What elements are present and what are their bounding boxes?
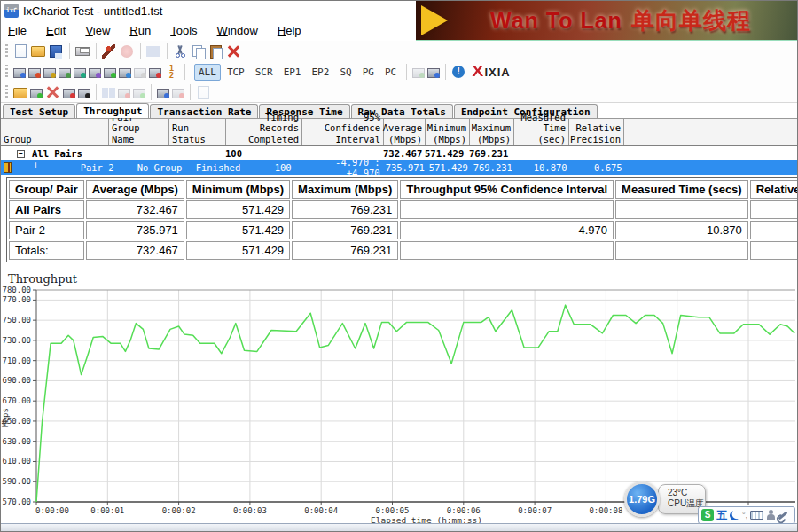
table-row: All Pairs 732.467 571.429 769.231 bbox=[9, 200, 798, 219]
paste-icon[interactable] bbox=[208, 44, 223, 59]
col-average[interactable]: Average (Mbps) bbox=[384, 119, 426, 145]
copy-icon[interactable] bbox=[191, 44, 206, 59]
col-group[interactable]: Group bbox=[1, 119, 109, 145]
menu-tools[interactable]: Tools bbox=[170, 24, 197, 37]
add-video-pair-icon[interactable] bbox=[89, 68, 101, 78]
split-pairs-icon[interactable] bbox=[63, 89, 75, 98]
filter-tcp-button[interactable]: TCP bbox=[223, 64, 249, 81]
filter-all-button[interactable]: ALL bbox=[194, 64, 221, 81]
chart-title: Throughput bbox=[8, 272, 77, 286]
cut-icon[interactable] bbox=[173, 44, 188, 59]
menu-file[interactable]: File bbox=[8, 24, 27, 37]
run-test-icon[interactable] bbox=[102, 44, 117, 59]
about-info-icon[interactable]: ! bbox=[451, 65, 466, 79]
ixia-x-glyph: X bbox=[472, 63, 483, 81]
pair-group-value: No Group bbox=[135, 162, 193, 173]
settings-wrench-icon[interactable] bbox=[778, 511, 788, 520]
filter-scr-button[interactable]: SCR bbox=[251, 64, 278, 81]
wubi-icon[interactable]: 五 bbox=[716, 508, 727, 523]
col-relative-precision[interactable]: Relative Precision bbox=[569, 119, 624, 145]
hdr-minimum: Minimum (Mbps) bbox=[186, 180, 290, 199]
menu-view[interactable]: View bbox=[85, 24, 110, 37]
add-voip-pair-icon[interactable] bbox=[74, 68, 86, 78]
toolbar-grip[interactable] bbox=[5, 44, 8, 59]
cell-minimum: 571.429 bbox=[186, 221, 290, 239]
grid-row-pair-2[interactable]: └─ Pair 2 No Group Finished 100 -4.970 :… bbox=[1, 160, 797, 175]
maximum-value: 769.231 bbox=[471, 162, 515, 173]
start-flag-icon[interactable] bbox=[30, 89, 43, 98]
add-pair-icon[interactable] bbox=[13, 68, 26, 78]
app-icon: ixC bbox=[4, 4, 19, 18]
filter-ep1-button[interactable]: EP1 bbox=[279, 64, 306, 81]
y-tick-label: 610.00 bbox=[2, 457, 31, 466]
print-icon[interactable] bbox=[75, 44, 90, 59]
toolbar-grip[interactable] bbox=[5, 85, 8, 99]
banner-text-en: Wan To Lan bbox=[490, 8, 622, 33]
soft-keyboard-icon[interactable] bbox=[750, 511, 763, 520]
finish-flag-icon[interactable] bbox=[78, 89, 90, 98]
tab-throughput[interactable]: Throughput bbox=[76, 103, 149, 118]
add-multicast-group-icon[interactable] bbox=[43, 68, 56, 78]
tab-test-setup[interactable]: Test Setup bbox=[3, 104, 75, 118]
x-tick-label: 0:00:05 bbox=[376, 506, 410, 515]
new-test-icon[interactable] bbox=[13, 44, 28, 59]
col-measured-time[interactable]: Measured Time (sec) bbox=[514, 119, 569, 145]
col-confidence-interval[interactable]: 95% Confidence Interval bbox=[302, 119, 384, 145]
filter-sq-button[interactable]: SQ bbox=[335, 64, 356, 81]
col-timing-records[interactable]: Timing Records Completed bbox=[226, 119, 302, 145]
result-tab-bar: Test Setup Throughput Transaction Rate R… bbox=[1, 103, 797, 118]
y-tick-label: 690.00 bbox=[2, 376, 31, 385]
y-tick-label: 730.00 bbox=[2, 336, 31, 345]
menu-help[interactable]: Help bbox=[278, 24, 301, 37]
cpu-temp-value: 23°C bbox=[668, 488, 705, 497]
table-row: Totals: 732.467 571.429 769.231 bbox=[9, 241, 798, 260]
y-tick-label: 750.00 bbox=[2, 316, 31, 325]
status-bar bbox=[1, 523, 797, 531]
open-ixia-explorer-icon[interactable] bbox=[427, 68, 440, 78]
cell-measured-time bbox=[615, 200, 748, 219]
punctuation-icon[interactable]: °, bbox=[742, 511, 747, 520]
x-tick-label: 0:00:08 bbox=[589, 506, 622, 515]
sogou-pinyin-icon[interactable]: S bbox=[701, 509, 714, 521]
row-label: Pair 2 bbox=[9, 221, 84, 239]
edit-script-icon[interactable] bbox=[119, 68, 131, 78]
save-test-icon[interactable] bbox=[49, 44, 64, 59]
replicate-pair-icon bbox=[134, 68, 146, 78]
add-console-icon[interactable] bbox=[13, 88, 27, 98]
open-test-icon[interactable] bbox=[31, 44, 46, 59]
menu-run[interactable]: Run bbox=[129, 24, 151, 37]
menu-edit[interactable]: Edit bbox=[46, 24, 66, 37]
col-minimum[interactable]: Minimum (Mbps) bbox=[426, 119, 470, 145]
col-pair-group-name[interactable]: Pair Group Name bbox=[109, 119, 169, 145]
filter-pc-button[interactable]: PC bbox=[380, 64, 401, 81]
add-hardware-pair-icon[interactable] bbox=[59, 68, 71, 78]
account-icon[interactable] bbox=[766, 510, 775, 520]
renumber-pairs-icon[interactable]: 12 bbox=[164, 65, 179, 79]
report-icon bbox=[198, 86, 209, 99]
delete-icon[interactable] bbox=[226, 44, 241, 59]
abort-test-icon[interactable] bbox=[45, 85, 60, 99]
hdr-relative-precision: Relative Precision bbox=[750, 180, 798, 199]
moon-mode-icon[interactable] bbox=[729, 509, 740, 520]
cell-precision bbox=[750, 200, 798, 219]
results-table-wrap: Group/ Pair Average (Mbps) Minimum (Mbps… bbox=[6, 177, 794, 262]
pair-grid: Group Pair Group Name Run Status Timing … bbox=[1, 118, 797, 175]
cell-average: 735.971 bbox=[86, 221, 184, 239]
filter-pg-button[interactable]: PG bbox=[358, 64, 379, 81]
edit-pair-icon[interactable] bbox=[104, 68, 116, 78]
hdr-group-pair: Group/ Pair bbox=[9, 180, 84, 199]
grid-row-all-pairs[interactable]: − All Pairs 100 732.467 571.429 769.231 bbox=[1, 146, 797, 160]
y-tick-label: 710.00 bbox=[2, 356, 31, 365]
add-vpn-pair-icon[interactable] bbox=[28, 68, 41, 78]
col-run-status[interactable]: Run Status bbox=[169, 119, 226, 145]
collapse-toggle[interactable]: − bbox=[17, 150, 25, 158]
swap-endpoints-icon[interactable] bbox=[149, 68, 161, 78]
toolbar-grip[interactable] bbox=[5, 65, 8, 79]
menu-window[interactable]: Window bbox=[217, 24, 258, 37]
banner-text-cn: 单向单线程 bbox=[631, 7, 751, 34]
cpu-speed-badge[interactable]: 1.79G bbox=[624, 481, 660, 517]
link-pairs-icon[interactable] bbox=[157, 89, 169, 98]
window-title: IxChariot Test - untitled1.tst bbox=[23, 4, 162, 18]
col-maximum[interactable]: Maximum (Mbps) bbox=[470, 119, 514, 145]
filter-ep2-button[interactable]: EP2 bbox=[308, 64, 334, 81]
